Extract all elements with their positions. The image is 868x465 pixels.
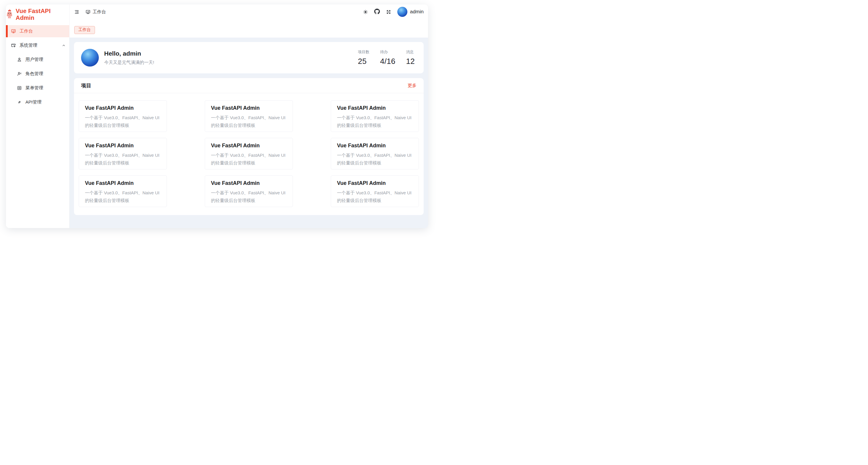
user-icon	[17, 57, 22, 62]
content: Hello, admin 今天又是元气满满的一天! 项目数 25 待办 4/16…	[69, 37, 428, 228]
stat-label: 消息	[406, 50, 415, 55]
project-title: Vue FastAPI Admin	[85, 143, 161, 149]
project-description: 一个基于 Vue3.0、FastAPI、Naive UI 的轻量级后台管理模板	[85, 189, 161, 205]
sidebar-item-label: 用户管理	[26, 57, 66, 62]
stat-label: 项目数	[358, 50, 370, 55]
app-title: Vue FastAPI Admin	[16, 8, 69, 21]
project-description: 一个基于 Vue3.0、FastAPI、Naive UI 的轻量级后台管理模板	[211, 114, 287, 129]
project-title: Vue FastAPI Admin	[211, 143, 287, 149]
stat-value: 12	[406, 57, 415, 66]
breadcrumb-label: 工作台	[93, 9, 106, 15]
project-card[interactable]: Vue FastAPI Admin 一个基于 Vue3.0、FastAPI、Na…	[79, 138, 167, 169]
sidebar-item-label: 菜单管理	[26, 85, 66, 91]
workbench-monitor-icon	[11, 29, 16, 34]
greeting: Hello, admin	[104, 50, 154, 57]
project-description: 一个基于 Vue3.0、FastAPI、Naive UI 的轻量级后台管理模板	[85, 151, 161, 167]
sidebar-item-label: 系统管理	[20, 42, 58, 48]
project-card[interactable]: Vue FastAPI Admin 一个基于 Vue3.0、FastAPI、Na…	[205, 176, 293, 207]
projects-grid: Vue FastAPI Admin 一个基于 Vue3.0、FastAPI、Na…	[79, 100, 419, 207]
theme-toggle-button[interactable]	[363, 9, 368, 14]
stat-todos: 待办 4/16	[380, 50, 396, 66]
sidebar-item-label: API管理	[26, 99, 66, 105]
tagbar: 工作台	[69, 19, 428, 37]
github-icon	[374, 8, 380, 16]
app-window: Vue FastAPI Admin 工作台	[6, 4, 428, 228]
stats: 项目数 25 待办 4/16 消息 12	[358, 50, 415, 66]
stat-messages: 消息 12	[406, 50, 415, 66]
sidebar-item-users[interactable]: 用户管理	[6, 54, 69, 66]
projects-card: 项目 更多 Vue FastAPI Admin 一个基于 Vue3.0、Fast…	[74, 78, 424, 215]
menu-list-icon	[17, 86, 22, 91]
chevron-up-icon	[62, 43, 66, 47]
user-menu[interactable]: admin	[397, 7, 424, 17]
username: admin	[410, 9, 424, 15]
project-card[interactable]: Vue FastAPI Admin 一个基于 Vue3.0、FastAPI、Na…	[79, 176, 167, 207]
fullscreen-button[interactable]	[386, 9, 391, 14]
more-link[interactable]: 更多	[408, 83, 416, 88]
project-title: Vue FastAPI Admin	[211, 180, 287, 186]
stat-label: 待办	[380, 50, 396, 55]
project-description: 一个基于 Vue3.0、FastAPI、Naive UI 的轻量级后台管理模板	[337, 114, 413, 129]
workbench-monitor-icon	[86, 9, 91, 14]
project-card[interactable]: Vue FastAPI Admin 一个基于 Vue3.0、FastAPI、Na…	[331, 100, 419, 132]
main-area: 工作台	[69, 4, 428, 228]
sidebar-item-roles[interactable]: 角色管理	[6, 68, 69, 80]
sidebar: Vue FastAPI Admin 工作台	[6, 4, 69, 228]
project-title: Vue FastAPI Admin	[211, 105, 287, 111]
project-title: Vue FastAPI Admin	[85, 180, 161, 186]
sidebar-item-workbench[interactable]: 工作台	[6, 25, 69, 37]
project-card[interactable]: Vue FastAPI Admin 一个基于 Vue3.0、FastAPI、Na…	[205, 138, 293, 169]
project-description: 一个基于 Vue3.0、FastAPI、Naive UI 的轻量级后台管理模板	[85, 114, 161, 129]
role-user-icon	[17, 71, 22, 76]
project-description: 一个基于 Vue3.0、FastAPI、Naive UI 的轻量级后台管理模板	[337, 189, 413, 205]
sidebar-item-menus[interactable]: 菜单管理	[6, 82, 69, 94]
breadcrumb-workbench[interactable]: 工作台	[86, 9, 106, 15]
stat-value: 4/16	[380, 57, 396, 66]
stat-value: 25	[358, 57, 370, 66]
collapse-sidebar-button[interactable]	[74, 9, 79, 14]
tag-workbench[interactable]: 工作台	[74, 26, 95, 34]
projects-title: 项目	[81, 82, 91, 89]
welcome-card: Hello, admin 今天又是元气满满的一天! 项目数 25 待办 4/16…	[74, 42, 424, 73]
system-window-gear-icon	[11, 43, 16, 48]
project-card[interactable]: Vue FastAPI Admin 一个基于 Vue3.0、FastAPI、Na…	[331, 176, 419, 207]
project-title: Vue FastAPI Admin	[337, 180, 413, 186]
project-description: 一个基于 Vue3.0、FastAPI、Naive UI 的轻量级后台管理模板	[337, 151, 413, 167]
projects-header: 项目 更多	[74, 78, 424, 93]
sidebar-item-apis[interactable]: API管理	[6, 96, 69, 108]
api-plug-icon	[17, 100, 22, 105]
github-button[interactable]	[374, 8, 380, 16]
project-card[interactable]: Vue FastAPI Admin 一个基于 Vue3.0、FastAPI、Na…	[331, 138, 419, 169]
logo: Vue FastAPI Admin	[6, 4, 69, 25]
header: 工作台	[69, 4, 428, 19]
project-title: Vue FastAPI Admin	[337, 105, 413, 111]
header-actions: admin	[363, 7, 424, 17]
project-description: 一个基于 Vue3.0、FastAPI、Naive UI 的轻量级后台管理模板	[211, 151, 287, 167]
welcome-avatar	[81, 49, 99, 67]
sidebar-item-system[interactable]: 系统管理	[6, 39, 69, 52]
welcome-text: Hello, admin 今天又是元气满满的一天!	[104, 50, 154, 65]
fullscreen-expand-icon	[386, 9, 391, 14]
sidebar-item-label: 工作台	[20, 28, 66, 34]
project-card[interactable]: Vue FastAPI Admin 一个基于 Vue3.0、FastAPI、Na…	[79, 100, 167, 132]
project-card[interactable]: Vue FastAPI Admin 一个基于 Vue3.0、FastAPI、Na…	[205, 100, 293, 132]
project-description: 一个基于 Vue3.0、FastAPI、Naive UI 的轻量级后台管理模板	[211, 189, 287, 205]
sidebar-menu: 工作台 系统管理	[6, 25, 69, 110]
project-title: Vue FastAPI Admin	[337, 143, 413, 149]
stat-projects: 项目数 25	[358, 50, 370, 66]
sun-theme-icon	[363, 9, 368, 14]
avatar	[397, 7, 407, 17]
projects-body: Vue FastAPI Admin 一个基于 Vue3.0、FastAPI、Na…	[74, 93, 424, 215]
welcome-message: 今天又是元气满满的一天!	[104, 60, 154, 65]
chick-logo-icon	[6, 9, 13, 20]
project-title: Vue FastAPI Admin	[85, 105, 161, 111]
menu-fold-icon	[74, 9, 79, 14]
sidebar-item-label: 角色管理	[26, 71, 66, 76]
